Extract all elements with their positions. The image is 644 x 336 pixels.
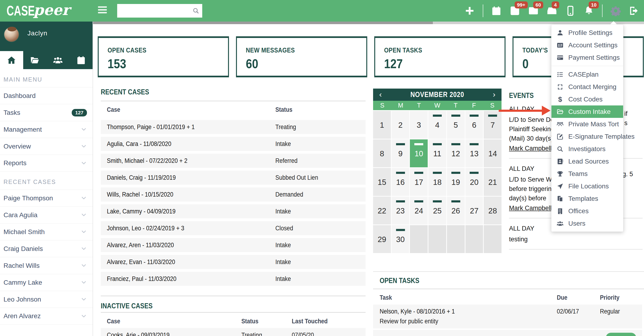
search-input[interactable]	[117, 4, 202, 18]
calendar-day-17[interactable]: 17	[410, 168, 428, 196]
esignature-templates-item[interactable]: E-Signature Templates	[552, 130, 623, 143]
calendar-prev-icon[interactable]: ‹	[379, 88, 382, 100]
calendar-day-14[interactable]: 14	[484, 140, 502, 167]
case-link[interactable]: Smith, Michael - 07/22/2020 + 2	[107, 154, 196, 168]
calendar-day-9[interactable]: 9	[392, 140, 410, 167]
avatar[interactable]	[4, 27, 19, 42]
calendar-day-5[interactable]: 5	[447, 111, 465, 139]
calendar-day-22[interactable]: 22	[373, 196, 391, 224]
chevron-down-icon[interactable]	[80, 262, 87, 269]
sidebar-item-dashboard[interactable]: Dashboard	[0, 87, 92, 104]
sidebar-recent-case[interactable]: Paige Thompson	[0, 190, 92, 206]
calendar-day-19[interactable]: 19	[447, 168, 465, 196]
private-mass-tort-item[interactable]: Private Mass Tort	[552, 118, 623, 130]
chevron-down-icon[interactable]	[80, 229, 87, 235]
sidebar-item-tasks[interactable]: Tasks127	[0, 104, 92, 121]
chevron-down-icon[interactable]	[80, 195, 87, 201]
hamburger-menu-icon[interactable]	[98, 6, 107, 15]
calendar-day-10[interactable]: 10	[410, 140, 428, 167]
chevron-down-icon[interactable]	[80, 143, 87, 150]
calendar-day-12[interactable]: 12	[447, 140, 465, 167]
caseplan-item[interactable]: CASEplan	[552, 68, 623, 80]
add-icon[interactable]	[464, 6, 475, 16]
sidebar-recent-case[interactable]: Rachel Wills	[0, 257, 92, 274]
calendar-day-24[interactable]: 24	[410, 196, 428, 224]
event-case-link[interactable]: Mark Campbell -	[509, 144, 556, 153]
chevron-down-icon[interactable]	[80, 246, 87, 252]
lead-sources-item[interactable]: Lead Sources	[552, 155, 623, 168]
sidebar-recent-case[interactable]: Cammy Lake	[0, 274, 92, 291]
contacts-tab[interactable]	[46, 51, 70, 69]
case-link[interactable]: Alvarez, Aren - 11/03/2020	[107, 238, 182, 252]
chevron-down-icon[interactable]	[80, 296, 87, 302]
search-icon[interactable]	[192, 7, 200, 14]
mail-icon[interactable]: 60	[528, 6, 539, 16]
sign-out-icon[interactable]	[629, 6, 640, 16]
calendar-day-7[interactable]: 7	[484, 111, 502, 139]
calendar-day-16[interactable]: 16	[392, 168, 410, 196]
mobile-icon[interactable]	[565, 6, 576, 16]
calendar-day-2[interactable]: 2	[392, 111, 410, 139]
templates-item[interactable]: Templates	[552, 192, 623, 205]
event-case-link[interactable]: Mark Campbell -	[509, 204, 556, 213]
sidebar-recent-case[interactable]: Leo Johnson	[0, 291, 92, 308]
case-link[interactable]: Daniels, Craig - 11/19/2019	[107, 170, 184, 185]
calendar-day-26[interactable]: 26	[447, 196, 465, 224]
chat-help-button[interactable]	[606, 333, 636, 336]
calendar-day-15[interactable]: 15	[373, 168, 391, 196]
calendar-day-13[interactable]: 13	[466, 140, 483, 167]
calendar-tab[interactable]	[69, 51, 92, 69]
calendar-day-11[interactable]: 11	[428, 140, 446, 167]
horizontal-scrollbar[interactable]	[93, 22, 644, 24]
calendar-day-21[interactable]: 21	[484, 168, 502, 196]
payment-settings-item[interactable]: Payment Settings	[552, 51, 623, 64]
calendar-day-4[interactable]: 4	[428, 111, 446, 139]
account-settings-item[interactable]: Account Settings	[552, 39, 623, 51]
calendar-icon[interactable]	[491, 6, 502, 16]
cost-codes-item[interactable]: $Cost Codes	[552, 93, 623, 106]
chevron-down-icon[interactable]	[80, 126, 87, 132]
scrollbar-thumb[interactable]	[93, 22, 433, 24]
chevron-down-icon[interactable]	[80, 160, 87, 166]
calendar-day-20[interactable]: 20	[466, 168, 483, 196]
case-link[interactable]: Alvarez, Evan - 11/03/2020	[107, 255, 183, 269]
task-link[interactable]: Nelson, Kyle - 08/10/2016 + 1	[380, 308, 463, 315]
file-locations-item[interactable]: File Locations	[552, 180, 623, 192]
home-tab[interactable]	[0, 51, 23, 69]
custom-intake-item[interactable]: Custom Intake	[552, 106, 623, 118]
case-link[interactable]: Cooks, Arie - 09/03/2019	[107, 328, 176, 336]
case-link[interactable]: Wills, Rachel - 10/15/2020	[107, 188, 181, 202]
calendar-day-23[interactable]: 23	[392, 196, 410, 224]
investigators-item[interactable]: Investigators	[552, 143, 623, 155]
chevron-down-icon[interactable]	[80, 212, 87, 218]
calendar-day-30[interactable]: 30	[392, 225, 410, 253]
bell-icon[interactable]: 10	[584, 6, 594, 16]
case-link[interactable]: Johnson, Leo - 02/24/2019 + 3	[107, 221, 193, 235]
inbox-icon[interactable]: 4	[546, 6, 557, 16]
case-link[interactable]: Agulia, Cara - 11/08/2020	[107, 137, 178, 151]
calendar-day-6[interactable]: 6	[466, 111, 483, 139]
calendar-day-8[interactable]: 8	[373, 140, 391, 167]
calendar-day-18[interactable]: 18	[428, 168, 446, 196]
sidebar-recent-case[interactable]: Michael Smith	[0, 223, 92, 240]
calendar-day-1[interactable]: 1	[373, 111, 391, 139]
offices-item[interactable]: Offices	[552, 205, 623, 217]
sidebar-item-overview[interactable]: Overview	[0, 138, 92, 155]
sidebar-item-reports[interactable]: Reports	[0, 155, 92, 172]
case-link[interactable]: Thompson, Paige - 01/01/2019 + 1	[107, 120, 204, 134]
calendar-day-25[interactable]: 25	[428, 196, 446, 224]
sidebar-item-management[interactable]: Management	[0, 121, 92, 138]
teams-item[interactable]: Teams	[552, 168, 623, 180]
contact-merging-item[interactable]: Contact Merging	[552, 80, 623, 93]
calendar-day-3[interactable]: 3	[410, 111, 428, 139]
case-link[interactable]: Lake, Cammy - 04/09/2019	[107, 204, 183, 218]
users-item[interactable]: Users	[552, 217, 623, 230]
calendar-day-27[interactable]: 27	[466, 196, 483, 224]
gear-icon[interactable]	[610, 6, 621, 16]
tasks-check-icon[interactable]: 99+	[510, 6, 520, 16]
cases-tab[interactable]	[23, 51, 46, 69]
profile-settings-item[interactable]: Profile Settings	[552, 26, 623, 39]
case-link[interactable]: Franciez, Paul - 11/03/2020	[107, 272, 184, 286]
chevron-down-icon[interactable]	[80, 279, 87, 286]
casepeer-logo[interactable]: CASEpeer	[6, 2, 70, 19]
